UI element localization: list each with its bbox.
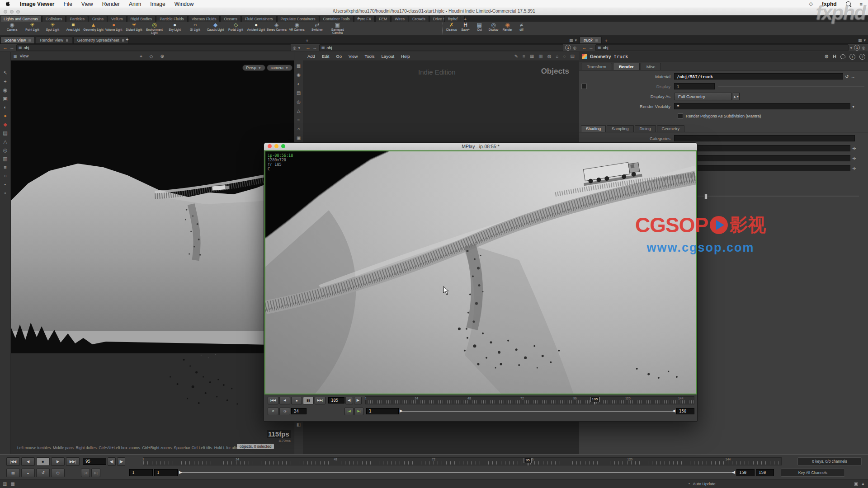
range-start-jump-icon[interactable]: |◀ (344, 408, 354, 415)
range-start-jump-icon[interactable]: |◀ (81, 469, 90, 477)
scene-3d-viewport[interactable]: Persp ▼ camera ▼ 115fps 8.70ms Left mous… (11, 61, 294, 454)
search-icon[interactable]: ◌ (563, 54, 566, 59)
camera-view-icon[interactable]: ◉ (297, 72, 301, 77)
mplay-frame-field[interactable]: 105 (328, 397, 344, 404)
stop-button[interactable]: ■ (36, 457, 50, 466)
rewind-button[interactable]: |◀◀ (268, 397, 278, 404)
mask-2-field[interactable] (674, 155, 850, 161)
keyframe-icon[interactable]: ▤ (6, 469, 20, 477)
back-icon[interactable]: ← (306, 45, 311, 50)
global-range-end-field[interactable]: 150 (756, 469, 774, 476)
dropdown-spinner-icon[interactable]: ▲▼ (733, 93, 740, 100)
move-tool-icon[interactable]: + (4, 79, 6, 84)
pen-icon[interactable]: ✎ (514, 54, 518, 59)
list-icon[interactable]: ≡ (523, 54, 525, 59)
shelf-tab[interactable]: Rigid Bodies (127, 16, 156, 22)
play-button[interactable]: ▶ (51, 457, 65, 466)
jump-to-node-icon[interactable]: → (850, 74, 855, 79)
flipbook-icon[interactable]: ◧ (297, 422, 301, 427)
key-all-channels-button[interactable]: Key All Channels (781, 469, 845, 477)
reflection-mask-field[interactable]: * (674, 145, 850, 151)
snapshot-circle-icon[interactable]: ◎ (862, 46, 865, 50)
clock-icon[interactable]: ◷ (279, 408, 290, 415)
add-shelf-tab-icon[interactable]: + (357, 15, 360, 21)
shelf-tab[interactable]: FEM (375, 16, 391, 22)
persp-view-button[interactable]: Persp ▼ (242, 65, 265, 71)
paint-tool-icon[interactable]: ▤ (3, 130, 7, 136)
shelf-tool[interactable]: ◉Render (500, 22, 514, 31)
render-sub-tab[interactable]: Geometry (657, 125, 685, 132)
grid-toggle-icon[interactable]: ▣ (297, 136, 301, 141)
close-icon[interactable] (268, 144, 272, 148)
shelf-tool[interactable]: ▣Gamepad Camera (327, 22, 348, 35)
wireframe-icon[interactable]: △ (297, 108, 301, 113)
revert-icon[interactable]: ↺ (845, 74, 849, 79)
loop-mode-icon[interactable]: ↺ (268, 408, 278, 415)
mplay-range-end-field[interactable]: 150 (676, 408, 694, 414)
shelf-tab[interactable]: Wires (391, 16, 408, 22)
shelf-tool[interactable]: ◎Environment Light (144, 22, 165, 35)
chevron-down-icon[interactable]: ▾ (852, 104, 854, 109)
pane-menu-icon[interactable]: ▾ (863, 38, 866, 42)
back-icon[interactable]: ← (582, 45, 587, 50)
playhead-marker[interactable]: 105 (590, 397, 599, 402)
playback-range-end-field[interactable]: 150 (736, 469, 755, 476)
misc-tool-icon[interactable]: ▪ (5, 182, 6, 187)
mplay-fps-field[interactable]: 24 (291, 408, 307, 414)
network-menu-item[interactable]: Tools (364, 54, 374, 59)
path-menu-icon[interactable]: ▾ (850, 46, 853, 50)
menu-file[interactable]: File (64, 1, 72, 7)
shelf-tool[interactable]: ☀Distant Light (124, 22, 144, 35)
mplay-image-area[interactable]: ip-08:56:10 1280x720 fr 105 C (264, 150, 697, 394)
display-options-icon[interactable]: ▤ (297, 90, 301, 95)
menu-anim[interactable]: Anim (129, 1, 141, 7)
scale-tool-icon[interactable]: ▣ (3, 96, 7, 101)
lights-toggle-icon[interactable]: ○ (297, 127, 300, 131)
shelf-tool[interactable]: ☀Spot Light (42, 22, 63, 35)
select-tool-icon[interactable]: ↖ (3, 70, 7, 75)
main-range-slider[interactable]: ▶ ◀ (179, 469, 735, 476)
view-layout-icon[interactable]: ▦ (297, 63, 301, 68)
pane-tab[interactable]: Geometry Spreadsheet (73, 37, 128, 43)
shelf-tool[interactable]: ●Ambient Light (246, 22, 266, 35)
lock-camera-icon[interactable]: ◐ (297, 81, 300, 86)
render-sub-tab[interactable]: Sampling (607, 125, 634, 132)
audio-icon[interactable]: ◒ (21, 469, 35, 477)
shelf-tab[interactable]: Crowds (409, 16, 429, 22)
layout-icon[interactable]: ▥ (538, 54, 542, 59)
render-sub-tab[interactable]: Shading (581, 125, 606, 132)
shelf-tab[interactable]: Particle Fluids (156, 16, 187, 22)
node-pick-icon[interactable]: ✛ (852, 166, 856, 171)
apple-menu-icon[interactable] (5, 1, 11, 7)
info-icon[interactable]: i (849, 54, 855, 60)
mplay-window[interactable]: MPlay - ip-08:55:* (264, 142, 698, 422)
param-folder-tab[interactable]: Transform (581, 63, 612, 70)
shelf-tab[interactable]: Oceans (220, 16, 241, 22)
fast-forward-button[interactable]: ▶▶| (66, 457, 80, 466)
shelf-tool[interactable]: ≠diff (514, 22, 528, 31)
shelf-tool[interactable]: ◈Stereo Camera (266, 22, 287, 35)
fast-forward-button[interactable]: ▶▶| (315, 397, 326, 404)
display-checkbox[interactable] (581, 84, 587, 89)
shelf-tool[interactable]: ●Volume Light (104, 22, 124, 35)
home-icon[interactable]: ⌂ (556, 54, 559, 59)
add-network-tab-icon[interactable]: + (303, 38, 311, 43)
universal-control-icon[interactable]: ◇ (809, 1, 812, 7)
shelf-tool[interactable]: ◎Display (486, 22, 500, 31)
shelf-tool[interactable]: ●Sky Light (165, 22, 185, 35)
main-frame-ruler[interactable]: 12448729612014495 (143, 457, 782, 465)
menu-render[interactable]: Render (102, 1, 120, 7)
scene-path-field[interactable]: ▦ obj (16, 44, 291, 51)
maximize-icon[interactable] (281, 144, 285, 148)
network-menu-item[interactable]: Layout (382, 54, 395, 59)
add-pane-tab-icon[interactable]: + (126, 37, 128, 42)
shelf-tab[interactable]: Vellum (108, 16, 127, 22)
step-back-button[interactable]: ◀| (345, 397, 353, 404)
range-right-handle-icon[interactable]: ◀ (672, 408, 675, 413)
shelf-tool[interactable]: ■Area Light (63, 22, 83, 35)
back-icon[interactable]: ← (3, 45, 8, 50)
stop-button[interactable]: ■ (291, 397, 302, 404)
target-icon[interactable]: ⊕ (160, 54, 164, 59)
pane-menu-icon[interactable]: ▾ (575, 38, 577, 42)
sculpt-tool-icon[interactable]: △ (3, 139, 7, 144)
